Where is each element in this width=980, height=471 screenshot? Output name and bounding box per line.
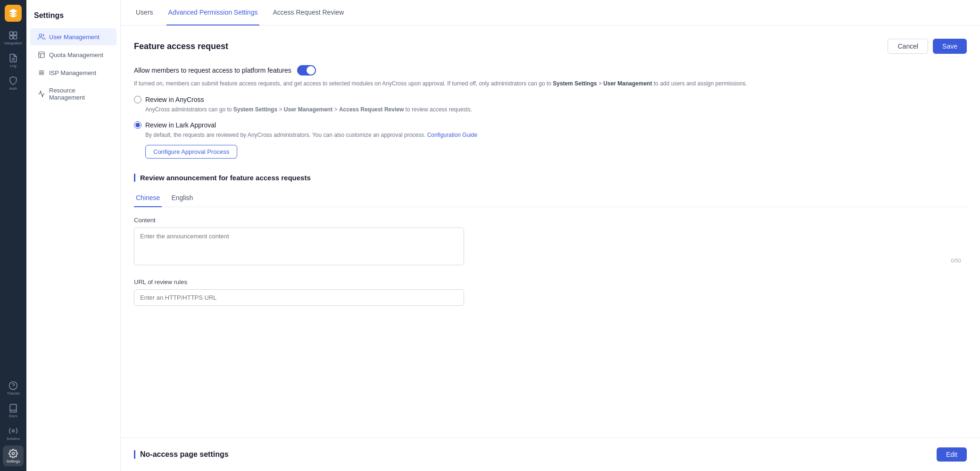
anycross-review-desc: AnyCross administrators can go to System… xyxy=(145,105,967,114)
page-header-row: Feature access request Cancel Save xyxy=(134,39,967,54)
integration-icon xyxy=(8,31,18,40)
svg-rect-3 xyxy=(14,35,17,39)
sidebar-item-tutorial[interactable]: Tutorial xyxy=(3,378,24,398)
page-title: Feature access request xyxy=(134,42,228,51)
configure-approval-button[interactable]: Configure Approval Process xyxy=(145,145,237,159)
docs-icon xyxy=(8,404,18,413)
toggle-label: Allow members to request access to platf… xyxy=(134,67,291,74)
auth-icon xyxy=(8,76,18,85)
content-field-wrap: 0/50 xyxy=(134,227,967,267)
allow-members-toggle[interactable] xyxy=(297,65,316,76)
radio-label-lark[interactable]: Review in Lark Approval xyxy=(134,121,967,129)
desc-bold1: System Settings xyxy=(553,80,597,87)
sidebar: Settings User Management Quota Managemen… xyxy=(26,0,121,471)
radio-option-anycross: Review in AnyCross AnyCross administrato… xyxy=(134,96,967,114)
lang-tab-chinese[interactable]: Chinese xyxy=(134,189,162,207)
no-access-title: No-access page settings xyxy=(134,450,229,459)
feature-access-section: Allow members to request access to platf… xyxy=(134,65,967,159)
log-icon xyxy=(8,53,18,63)
edit-button[interactable]: Edit xyxy=(937,447,967,462)
announcement-heading: Review announcement for feature access r… xyxy=(134,174,967,182)
configuration-guide-link[interactable]: Configuration Guide xyxy=(427,132,478,138)
sidebar-item-integration[interactable]: Integration xyxy=(3,27,24,48)
content-label: Content xyxy=(134,217,967,224)
radio-lark[interactable] xyxy=(134,121,141,129)
user-management-icon xyxy=(38,33,45,41)
radio-anycross[interactable] xyxy=(134,96,141,103)
sidebar-item-log[interactable]: Log xyxy=(3,50,24,71)
url-input[interactable] xyxy=(134,289,464,306)
svg-rect-11 xyxy=(39,52,44,58)
lang-tab-bar: Chinese English xyxy=(134,189,967,207)
lang-tab-english[interactable]: English xyxy=(169,189,195,207)
logo-icon xyxy=(8,8,18,18)
sidebar-label-quota: Quota Management xyxy=(49,51,103,59)
nav-bar: Integration Log Auth Tutorial Docs Solut… xyxy=(0,0,26,471)
isp-icon xyxy=(38,69,45,76)
sidebar-label-isp: ISP Management xyxy=(49,69,96,76)
radio-option-lark: Review in Lark Approval By default, the … xyxy=(134,121,967,159)
sidebar-item-docs[interactable]: Docs xyxy=(3,400,24,421)
url-label: URL of review rules xyxy=(134,278,967,286)
sidebar-label-resource: Resource Management xyxy=(49,87,109,101)
desc-bold2: User Management xyxy=(603,80,652,87)
settings-icon xyxy=(8,449,18,458)
sidebar-item-quota-management[interactable]: Quota Management xyxy=(30,46,116,63)
tab-bar: Users Advanced Permission Settings Acces… xyxy=(121,0,980,25)
save-button[interactable]: Save xyxy=(933,39,967,54)
char-count: 0/50 xyxy=(951,258,961,263)
tab-advanced-permission[interactable]: Advanced Permission Settings xyxy=(166,0,260,25)
sidebar-item-solution[interactable]: Solution xyxy=(3,423,24,444)
main-content: Users Advanced Permission Settings Acces… xyxy=(121,0,980,471)
sidebar-item-resource-management[interactable]: Resource Management xyxy=(30,82,116,106)
sidebar-item-isp-management[interactable]: ISP Management xyxy=(30,64,116,81)
resource-icon xyxy=(38,90,45,98)
svg-point-8 xyxy=(12,429,15,432)
content-textarea[interactable] xyxy=(134,227,464,265)
radio-label-anycross[interactable]: Review in AnyCross xyxy=(134,96,967,103)
svg-rect-1 xyxy=(14,32,17,35)
svg-point-9 xyxy=(12,452,15,454)
tab-users[interactable]: Users xyxy=(134,0,155,25)
no-access-section: No-access page settings Edit xyxy=(121,437,980,471)
sidebar-item-auth[interactable]: Auth xyxy=(3,73,24,93)
sidebar-item-user-management[interactable]: User Management xyxy=(30,28,116,45)
lark-review-desc: By default, the requests are reviewed by… xyxy=(145,131,967,139)
solution-icon xyxy=(8,426,18,436)
quota-icon xyxy=(38,51,45,59)
svg-point-10 xyxy=(39,34,42,36)
toggle-row: Allow members to request access to platf… xyxy=(134,65,967,76)
cancel-button[interactable]: Cancel xyxy=(888,39,928,54)
tab-access-request[interactable]: Access Request Review xyxy=(271,0,346,25)
sidebar-label-user-management: User Management xyxy=(49,34,100,41)
header-actions: Cancel Save xyxy=(888,39,967,54)
announcement-section: Review announcement for feature access r… xyxy=(134,174,967,306)
svg-point-6 xyxy=(9,381,17,389)
svg-rect-2 xyxy=(10,35,13,39)
feature-description: If turned on, members can submit feature… xyxy=(134,79,967,88)
tutorial-icon xyxy=(8,381,18,390)
svg-rect-0 xyxy=(10,32,13,35)
logo xyxy=(5,5,22,22)
sidebar-item-settings[interactable]: Settings xyxy=(3,446,24,466)
content-area: Feature access request Cancel Save Allow… xyxy=(121,25,980,437)
sidebar-title: Settings xyxy=(26,8,120,27)
